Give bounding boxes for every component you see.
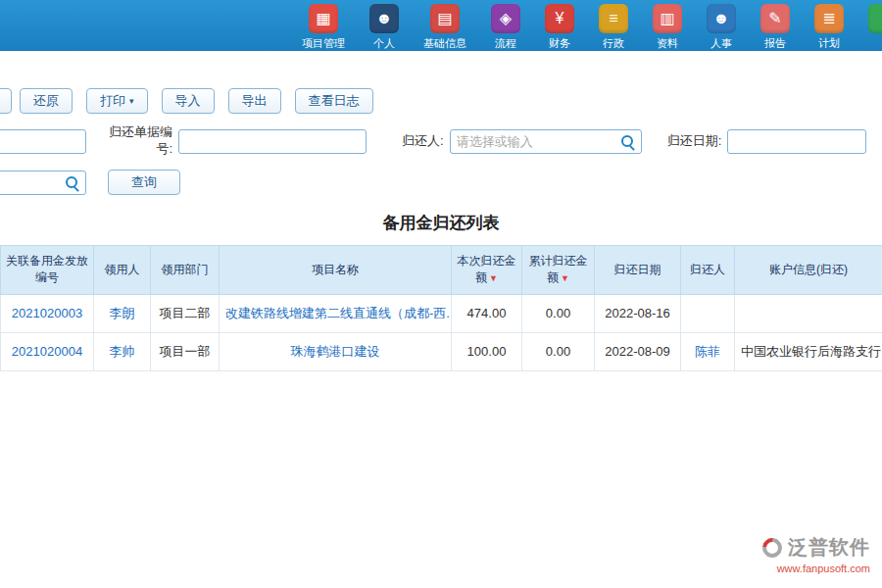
nav-item-workflow[interactable]: ◈ 流程 bbox=[491, 4, 520, 51]
clipped-filter-input[interactable] bbox=[0, 129, 86, 154]
reports-icon: ✎ bbox=[760, 4, 790, 33]
header-issuance-no: 关联备用金发放编号 bbox=[1, 246, 94, 295]
export-button-label: 导出 bbox=[242, 92, 268, 110]
cell-total-return-amount: 0.00 bbox=[522, 332, 595, 370]
print-button-label: 打印 bbox=[100, 92, 125, 110]
brand-url: www.fanpusoft.com bbox=[762, 563, 870, 574]
cell-recipient: 李帅 bbox=[94, 332, 151, 370]
nav-item-label: 流程 bbox=[495, 36, 516, 51]
import-button-label: 导入 bbox=[175, 92, 201, 110]
header-return-date: 归还日期 bbox=[595, 246, 681, 295]
header-total-return-amount[interactable]: 累计归还金额▼ bbox=[522, 246, 595, 295]
toolbar: 还原 打印 ▾ 导入 导出 查看日志 bbox=[0, 88, 882, 114]
header-dept: 领用部门 bbox=[151, 246, 220, 295]
plan-icon: ≣ bbox=[814, 4, 844, 33]
nav-item-plan[interactable]: ≣ 计划 bbox=[814, 4, 844, 51]
main-content: 还原 打印 ▾ 导入 导出 查看日志 归还单据编号: 归还人: 归还日期: bbox=[0, 88, 882, 371]
cell-issuance-no: 2021020003 bbox=[1, 294, 94, 332]
restore-button-label: 还原 bbox=[33, 92, 59, 110]
view-log-button-label: 查看日志 bbox=[309, 92, 360, 110]
fanpu-watermark: 泛普软件 www.fanpusoft.com bbox=[762, 534, 870, 574]
nav-item-reports[interactable]: ✎ 报告 bbox=[760, 4, 790, 51]
nav-item-administration[interactable]: ≡ 行政 bbox=[599, 4, 628, 51]
nav-item-basic-info[interactable]: ▤ 基础信息 bbox=[423, 4, 466, 51]
cell-project-name: 珠海鹤港口建设 bbox=[220, 332, 452, 370]
restore-button[interactable]: 还原 bbox=[20, 88, 73, 114]
cell-returner: 陈菲 bbox=[681, 332, 735, 370]
nav-item-label: 项目管理 bbox=[302, 36, 345, 51]
nav-item-hr[interactable]: ☻ 人事 bbox=[707, 4, 736, 51]
clipped-left-button[interactable] bbox=[0, 88, 12, 114]
project-name-link[interactable]: 珠海鹤港口建设 bbox=[291, 344, 380, 359]
cell-dept: 项目一部 bbox=[151, 332, 220, 370]
cell-return-date: 2022-08-09 bbox=[595, 332, 681, 370]
personal-icon: ☻ bbox=[369, 4, 399, 33]
top-navigation-bar: ▦ 项目管理 ☻ 个人 ▤ 基础信息 ◈ 流程 ¥ 财务 ≡ 行政 ▥ 资料 ☻ bbox=[0, 0, 882, 51]
issuance-no-link[interactable]: 2021020004 bbox=[12, 344, 82, 359]
cell-account-info: 中国农业银行后海路支行 bbox=[735, 332, 882, 370]
finance-icon: ¥ bbox=[545, 4, 574, 33]
nav-item-finance[interactable]: ¥ 财务 bbox=[545, 4, 574, 51]
nav-item-label: 基础信息 bbox=[423, 36, 466, 51]
sort-icon: ▼ bbox=[489, 273, 498, 283]
print-button[interactable]: 打印 ▾ bbox=[86, 88, 148, 114]
table-row: 2021020003 李朗 项目二部 改建铁路线增建第二线直通线（成都-西...… bbox=[1, 294, 882, 332]
cell-total-return-amount: 0.00 bbox=[522, 294, 595, 332]
header-returner: 归还人 bbox=[681, 246, 735, 295]
query-button[interactable]: 查询 bbox=[108, 170, 180, 195]
project-name-link[interactable]: 改建铁路线增建第二线直通线（成都-西... bbox=[225, 306, 452, 320]
returner-input[interactable] bbox=[450, 129, 642, 154]
import-button[interactable]: 导入 bbox=[162, 88, 215, 114]
recipient-link[interactable]: 李朗 bbox=[110, 306, 135, 320]
page-title: 备用金归还列表 bbox=[0, 212, 882, 234]
cell-returner bbox=[681, 294, 735, 332]
nav-item-personal[interactable]: ☻ 个人 bbox=[369, 4, 399, 51]
clipped-icon bbox=[868, 4, 882, 33]
filter-row-1: 归还单据编号: 归还人: 归还日期: bbox=[0, 127, 882, 155]
nav-item-label: 计划 bbox=[818, 36, 840, 51]
hr-icon: ☻ bbox=[707, 4, 736, 33]
sort-icon: ▼ bbox=[561, 273, 569, 283]
cell-account-info bbox=[735, 294, 882, 332]
administration-icon: ≡ bbox=[599, 4, 628, 33]
nav-item-label: 资料 bbox=[657, 36, 678, 51]
cell-return-amount: 100.00 bbox=[452, 332, 522, 370]
header-project-name: 项目名称 bbox=[220, 246, 452, 295]
header-return-amount[interactable]: 本次归还金额▼ bbox=[452, 246, 522, 295]
cell-recipient: 李朗 bbox=[94, 294, 151, 332]
export-button[interactable]: 导出 bbox=[228, 88, 281, 114]
filter-row-2: 查询 bbox=[0, 169, 882, 196]
cell-project-name: 改建铁路线增建第二线直通线（成都-西... bbox=[220, 294, 452, 332]
brand-name: 泛普软件 bbox=[788, 534, 870, 561]
petty-cash-return-table: 关联备用金发放编号 领用人 领用部门 项目名称 本次归还金额▼ 累计归还金额▼ … bbox=[0, 245, 882, 371]
return-date-label: 归还日期: bbox=[667, 133, 722, 150]
header-recipient: 领用人 bbox=[94, 246, 151, 295]
cell-return-date: 2022-08-16 bbox=[595, 294, 681, 332]
nav-item-label: 人事 bbox=[710, 36, 732, 51]
nav-item-documents[interactable]: ▥ 资料 bbox=[653, 4, 682, 51]
basic-info-icon: ▤ bbox=[430, 4, 460, 33]
workflow-icon: ◈ bbox=[491, 4, 520, 33]
table-row: 2021020004 李帅 项目一部 珠海鹤港口建设 100.00 0.00 2… bbox=[1, 332, 882, 370]
return-doc-no-input[interactable] bbox=[178, 129, 367, 154]
nav-item-project-management[interactable]: ▦ 项目管理 bbox=[302, 4, 345, 51]
project-management-icon: ▦ bbox=[309, 4, 338, 33]
nav-item-clipped[interactable] bbox=[868, 4, 882, 51]
search-icon[interactable] bbox=[621, 135, 635, 149]
cell-dept: 项目二部 bbox=[151, 294, 220, 332]
returner-link[interactable]: 陈菲 bbox=[695, 344, 720, 359]
issuance-no-link[interactable]: 2021020003 bbox=[12, 306, 82, 320]
header-account-info: 账户信息(归还) bbox=[735, 246, 882, 295]
nav-item-label: 财务 bbox=[549, 36, 570, 51]
nav-item-label: 个人 bbox=[373, 36, 395, 51]
table-header-row: 关联备用金发放编号 领用人 领用部门 项目名称 本次归还金额▼ 累计归还金额▼ … bbox=[1, 246, 882, 295]
recipient-link[interactable]: 李帅 bbox=[110, 344, 135, 359]
view-log-button[interactable]: 查看日志 bbox=[295, 88, 373, 114]
documents-icon: ▥ bbox=[653, 4, 682, 33]
search-icon[interactable] bbox=[66, 176, 79, 190]
nav-item-label: 行政 bbox=[603, 36, 624, 51]
chevron-down-icon: ▾ bbox=[129, 96, 134, 106]
fanpu-logo-icon bbox=[759, 533, 786, 561]
returner-label: 归还人: bbox=[402, 133, 444, 150]
return-date-input[interactable] bbox=[727, 129, 866, 154]
